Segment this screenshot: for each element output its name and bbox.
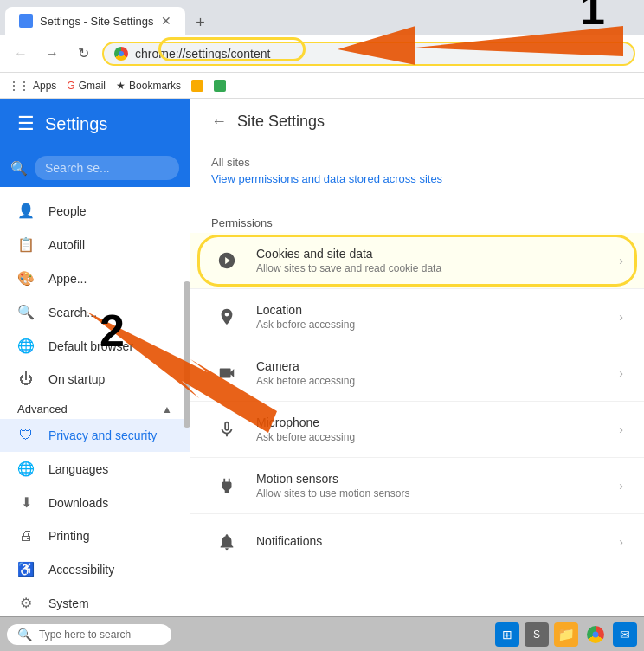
bookmark-bookmarks[interactable]: ★ Bookmarks <box>116 80 181 92</box>
accessibility-icon: ♿ <box>17 561 35 577</box>
person-icon: 👤 <box>17 203 35 219</box>
perm-text-microphone: Microphone Ask before accessing <box>256 416 605 443</box>
tab-close-button[interactable]: ✕ <box>161 14 171 28</box>
sidebar-item-system[interactable]: ⚙ System <box>0 586 190 616</box>
bookmark-gmail[interactable]: G Gmail <box>67 80 106 92</box>
sidebar-item-label: Downloads <box>48 496 108 510</box>
all-sites-section: All sites View permissions and data stor… <box>190 145 644 209</box>
browser-icon: 🌐 <box>17 338 35 354</box>
nav-bar: ← → ↻ chrome://settings/content <box>0 35 644 73</box>
sidebar-item-on-startup[interactable]: ⏻ On startup <box>0 363 190 396</box>
taskbar-icon-search[interactable]: S <box>525 622 549 647</box>
search-nav-icon: 🔍 <box>17 304 35 320</box>
sidebar-item-accessibility[interactable]: ♿ Accessibility <box>0 552 190 586</box>
advanced-label: Advanced <box>17 403 68 416</box>
panel-header: ← Site Settings <box>190 99 644 145</box>
location-icon <box>211 301 242 332</box>
content-area: ☰ Settings 🔍 👤 People <box>0 99 644 616</box>
taskbar-icon-chrome[interactable] <box>583 622 608 647</box>
bookmark-apps[interactable]: ⋮⋮ Apps <box>9 80 56 92</box>
sidebar-item-label: Search... <box>48 306 97 319</box>
main-panel: ← Site Settings All sites View permissio… <box>190 99 644 616</box>
permissions-link[interactable]: View permissions and data stored across … <box>211 172 623 185</box>
taskbar-icon-files[interactable]: 📁 <box>554 622 578 647</box>
system-icon: ⚙ <box>17 595 35 611</box>
sidebar-item-privacy[interactable]: 🛡 Privacy and security <box>0 419 190 452</box>
perm-text-notifications: Notifications <box>256 534 605 550</box>
sidebar-item-search[interactable]: 🔍 Search... <box>0 295 190 329</box>
perm-item-cookies[interactable]: Cookies and site data Allow sites to sav… <box>190 233 644 289</box>
perm-arrow-motion: › <box>619 479 623 493</box>
cookies-icon <box>211 245 242 276</box>
chrome-icon <box>114 47 128 61</box>
perm-name-cookies: Cookies and site data <box>256 247 605 261</box>
power-icon: ⏻ <box>17 371 35 387</box>
sidebar-search-area: 🔍 <box>0 149 190 187</box>
perm-item-location[interactable]: Location Ask before accessing › <box>190 289 644 345</box>
sidebar-item-label: Languages <box>48 462 108 476</box>
taskbar-icon-email[interactable]: ✉ <box>613 622 637 647</box>
reload-button[interactable]: ↻ <box>71 42 95 66</box>
taskbar: 🔍 Type here to search ⊞ S 📁 ✉ <box>0 616 644 651</box>
shield-icon: 🛡 <box>17 428 35 443</box>
sidebar-item-people[interactable]: 👤 People <box>0 194 190 228</box>
sidebar-item-label: Autofill <box>48 238 85 252</box>
taskbar-icon-windows[interactable]: ⊞ <box>495 622 519 647</box>
camera-icon <box>211 358 242 389</box>
bookmark-apps-label: Apps <box>33 80 56 92</box>
sidebar-section-advanced[interactable]: Advanced ▲ <box>0 396 190 419</box>
sidebar-item-default-browser[interactable]: 🌐 Default browser <box>0 329 190 363</box>
bookmark-extra1[interactable] <box>191 80 203 92</box>
sidebar-item-autofill[interactable]: 📋 Autofill <box>0 228 190 261</box>
perm-item-camera[interactable]: Camera Ask before accessing › <box>190 345 644 402</box>
perm-text-location: Location Ask before accessing <box>256 303 605 331</box>
perm-item-microphone[interactable]: Microphone Ask before accessing › <box>190 402 644 458</box>
perm-item-notifications[interactable]: Notifications › <box>190 514 644 570</box>
search-input[interactable] <box>35 156 179 180</box>
advanced-arrow-icon: ▲ <box>162 403 172 416</box>
permissions-heading: Permissions <box>190 209 644 233</box>
perm-text-cookies: Cookies and site data Allow sites to sav… <box>256 247 605 274</box>
perm-arrow-microphone: › <box>619 422 623 436</box>
perm-arrow-notifications: › <box>619 535 623 549</box>
taskbar-icons: ⊞ S 📁 ✉ <box>495 622 637 647</box>
scrollbar-track[interactable] <box>184 197 190 616</box>
address-bar[interactable]: chrome://settings/content <box>102 42 635 66</box>
sidebar-item-printing[interactable]: 🖨 Printing <box>0 519 190 552</box>
back-button[interactable]: ← <box>9 42 33 66</box>
perm-text-motion: Motion sensors Allow sites to use motion… <box>256 472 605 500</box>
scrollbar-thumb[interactable] <box>184 281 190 428</box>
new-tab-button[interactable]: + <box>189 10 213 35</box>
globe-icon: 🌐 <box>17 461 35 477</box>
sidebar-item-label: Accessibility <box>48 563 114 577</box>
perm-text-camera: Camera Ask before accessing <box>256 359 605 387</box>
perm-desc-location: Ask before accessing <box>256 319 605 331</box>
all-sites-label: All sites <box>211 156 623 169</box>
taskbar-search-text: Type here to search <box>39 628 131 641</box>
perm-item-motion[interactable]: Motion sensors Allow sites to use motion… <box>190 458 644 514</box>
autofill-icon: 📋 <box>17 236 35 253</box>
perm-desc-motion: Allow sites to use motion sensors <box>256 487 605 500</box>
bookmark-gmail-label: Gmail <box>79 80 106 92</box>
forward-button[interactable]: → <box>40 42 64 66</box>
sidebar-title: Settings <box>45 114 107 134</box>
sidebar-header: ☰ Settings <box>0 99 190 149</box>
sidebar: ☰ Settings 🔍 👤 People <box>0 99 190 616</box>
perm-name-location: Location <box>256 303 605 317</box>
taskbar-search-bar[interactable]: 🔍 Type here to search <box>7 624 171 645</box>
tab-title: Settings - Site Settings <box>40 15 154 28</box>
panel-back-button[interactable]: ← <box>211 113 227 131</box>
sidebar-item-label: On startup <box>48 372 105 386</box>
sidebar-item-label: Privacy and security <box>48 429 157 442</box>
sidebar-item-appearance[interactable]: 🎨 Appe... <box>0 261 190 295</box>
perm-arrow-location: › <box>619 310 623 324</box>
perm-name-motion: Motion sensors <box>256 472 605 486</box>
download-icon: ⬇ <box>17 494 35 511</box>
bookmark-extra2[interactable] <box>214 80 226 92</box>
perm-name-microphone: Microphone <box>256 416 605 429</box>
active-tab[interactable]: Settings - Site Settings ✕ <box>5 7 185 35</box>
print-icon: 🖨 <box>17 528 35 544</box>
windows-search-icon: 🔍 <box>17 628 32 641</box>
sidebar-item-downloads[interactable]: ⬇ Downloads <box>0 486 190 519</box>
sidebar-item-languages[interactable]: 🌐 Languages <box>0 452 190 486</box>
